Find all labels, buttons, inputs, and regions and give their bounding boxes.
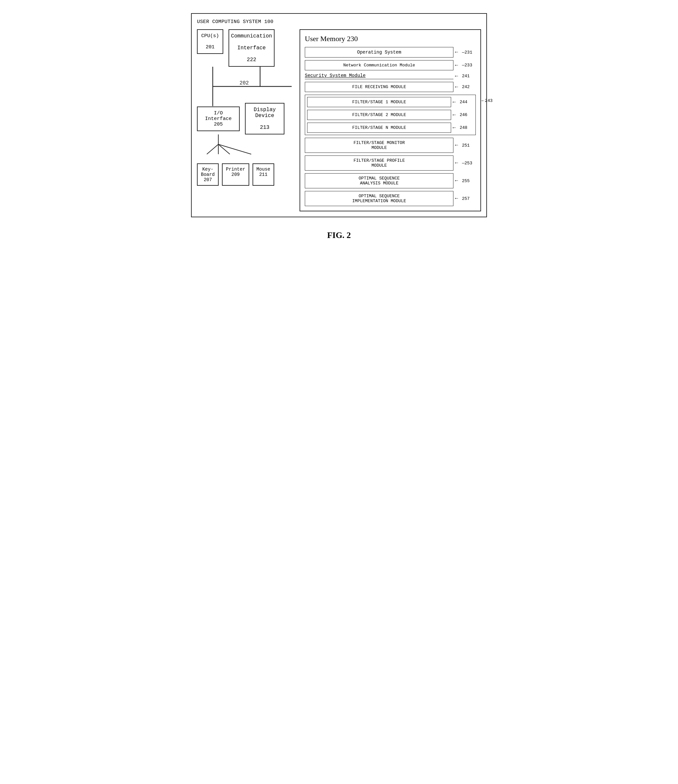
filter-monitor-arrow: ←: [455, 142, 458, 148]
cpu-label: CPU(s): [201, 33, 219, 39]
group-ref-area: ← 243: [482, 98, 493, 103]
network-box: Network Communication Module: [305, 60, 454, 70]
display-num: 213: [260, 124, 270, 131]
filter-monitor-ref: 251: [462, 143, 476, 148]
filter2-box: FILTER/STAGE 2 MODULE: [307, 110, 451, 120]
security-arrow: ←: [455, 73, 458, 79]
cpu-num: 201: [206, 44, 214, 50]
optimal-impl-ref: 257: [462, 196, 476, 201]
optimal-analysis-ref: 255: [462, 179, 476, 184]
filter-profile-arrow: ←: [455, 160, 458, 166]
filter-profile-box: FILTER/STAGE PROFILE MODULE: [305, 156, 454, 171]
filter-profile-row: FILTER/STAGE PROFILE MODULE ← —253: [305, 156, 476, 171]
display-line1: Display Device: [249, 107, 280, 119]
io-label: I/O Interface 205: [201, 110, 235, 127]
security-row: Security System Module ← 241: [305, 73, 476, 79]
filter2-row: FILTER/STAGE 2 MODULE ← 246: [307, 110, 474, 120]
mid-row: I/O Interface 205 Display Device 213: [197, 103, 291, 134]
security-label: Security System Module: [305, 73, 454, 79]
os-arrow: ←: [455, 49, 458, 55]
printer-box: Printer 209: [222, 163, 249, 186]
bottom-devices: Key- Board 207 Printer 209 Mouse 211: [197, 163, 291, 186]
comm-box: Communication Interface 222: [229, 29, 274, 67]
user-memory-box: User Memory 230 Operating System ← —231 …: [299, 29, 481, 212]
filter1-arrow: ←: [452, 99, 456, 105]
group-ref-label: 243: [485, 98, 493, 103]
bus-connector-svg: 202: [197, 67, 291, 106]
svg-line-9: [218, 144, 251, 154]
svg-text:202: 202: [240, 80, 249, 86]
main-layout: CPU(s) 201 Communication Interface 222 2…: [197, 29, 481, 212]
comm-line2: Interface: [237, 45, 266, 51]
os-row: Operating System ← —231: [305, 47, 476, 58]
cpu-box: CPU(s) 201: [197, 29, 223, 54]
filter2-ref: 246: [460, 112, 474, 117]
filter-group-box: ← 243 FILTER/STAGE 1 MODULE ← 244 FILTER…: [305, 95, 476, 135]
mouse-box: Mouse 211: [252, 163, 274, 186]
os-ref: —231: [462, 50, 476, 55]
display-box: Display Device 213: [245, 103, 284, 134]
comm-num: 222: [247, 57, 256, 63]
filter-monitor-box: FILTER/STAGE MONITOR MODULE: [305, 138, 454, 153]
memory-title: User Memory 230: [305, 34, 476, 43]
os-box: Operating System: [305, 47, 454, 58]
filter2-arrow: ←: [452, 112, 456, 118]
group-arrow: ←: [482, 98, 484, 103]
left-column: CPU(s) 201 Communication Interface 222 2…: [197, 29, 291, 186]
security-ref: 241: [462, 74, 476, 79]
keyboard-num: 207: [204, 177, 212, 182]
file-receiving-arrow: ←: [455, 84, 458, 90]
filter-profile-ref: —253: [462, 161, 476, 166]
optimal-analysis-arrow: ←: [455, 178, 458, 184]
filterN-box: FILTER/STAGE N MODULE: [307, 123, 451, 133]
io-connector-svg: [197, 134, 282, 161]
mouse-num: 211: [259, 172, 267, 177]
system-title: USER COMPUTING SYSTEM 100: [197, 19, 481, 25]
mouse-label: Mouse: [256, 166, 270, 172]
outer-system-box: USER COMPUTING SYSTEM 100 CPU(s) 201 Com…: [191, 13, 487, 217]
filterN-row: FILTER/STAGE N MODULE ← 248: [307, 123, 474, 133]
filter1-row: FILTER/STAGE 1 MODULE ← 244: [307, 97, 474, 107]
optimal-analysis-row: OPTIMAL SEQUENCE ANALYSIS MODULE ← 255: [305, 173, 476, 188]
keyboard-box: Key- Board 207: [197, 163, 219, 186]
optimal-impl-arrow: ←: [455, 196, 458, 202]
file-receiving-row: FILE RECEIVING MODULE ← 242: [305, 82, 476, 92]
io-box: I/O Interface 205: [197, 106, 240, 131]
fig-label: FIG. 2: [327, 230, 351, 240]
keyboard-line2: Board: [201, 172, 215, 177]
printer-num: 209: [231, 172, 240, 177]
top-row: CPU(s) 201 Communication Interface 222: [197, 29, 291, 67]
filterN-arrow: ←: [452, 125, 456, 131]
network-row: Network Communication Module ← —233: [305, 60, 476, 70]
filter1-box: FILTER/STAGE 1 MODULE: [307, 97, 451, 107]
network-ref: —233: [462, 63, 476, 68]
filter-monitor-row: FILTER/STAGE MONITOR MODULE ← 251: [305, 138, 476, 153]
optimal-impl-box: OPTIMAL SEQUENCE IMPLEMENTATION MODULE: [305, 191, 454, 206]
optimal-analysis-box: OPTIMAL SEQUENCE ANALYSIS MODULE: [305, 173, 454, 188]
network-arrow: ←: [455, 62, 458, 68]
comm-line1: Communication: [231, 33, 272, 39]
file-receiving-box: FILE RECEIVING MODULE: [305, 82, 454, 92]
filter1-ref: 244: [460, 100, 474, 104]
svg-line-7: [207, 144, 218, 154]
keyboard-line1: Key-: [202, 166, 214, 172]
optimal-impl-row: OPTIMAL SEQUENCE IMPLEMENTATION MODULE ←…: [305, 191, 476, 206]
file-receiving-ref: 242: [462, 84, 476, 89]
filterN-ref: 248: [460, 125, 474, 130]
printer-label: Printer: [226, 166, 245, 172]
